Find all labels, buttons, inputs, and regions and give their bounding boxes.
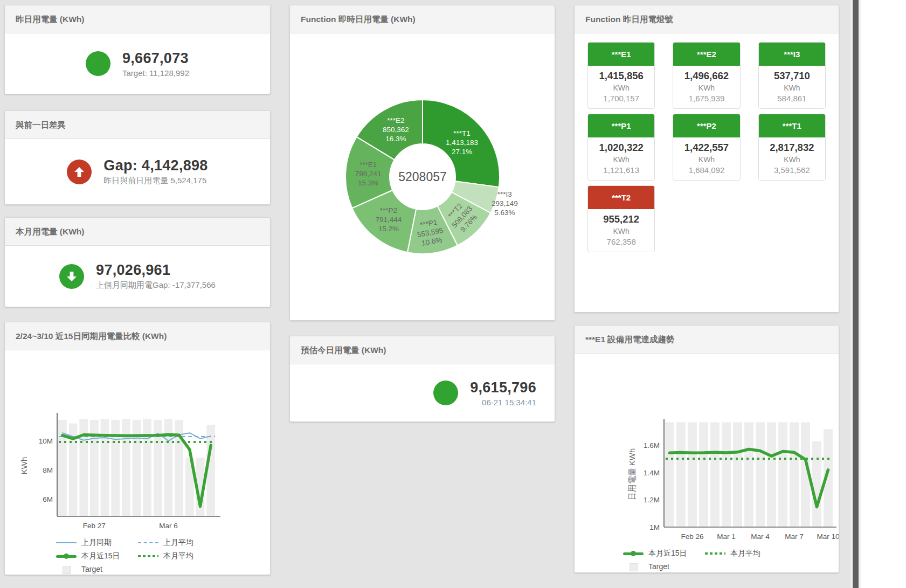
legend-item[interactable]: 本月平均 <box>705 549 787 558</box>
status-circle-red <box>67 160 92 184</box>
target-bar <box>699 423 708 527</box>
lamp-tile-header: ***E2 <box>673 43 739 66</box>
y-axis-tick: 1.6M <box>644 441 660 449</box>
y-axis-tick: 10M <box>39 437 53 445</box>
panel-title: 2/24~3/10 近15日同期用電量比較 (KWh) <box>5 322 270 350</box>
lamp-tile-value: 1,415,856 <box>589 70 653 82</box>
lamp-tile-target: 584,861 <box>760 94 824 103</box>
stat-timestamp: 06-21 15:34:41 <box>470 398 536 407</box>
legend-item[interactable]: 本月近15日 <box>623 549 705 558</box>
legend-label: Target <box>648 562 669 571</box>
legend-item[interactable]: 本月平均 <box>138 551 220 561</box>
lamp-tile: ***P21,422,557KWh1,684,092 <box>673 114 740 181</box>
lamp-tile-unit: KWh <box>674 155 738 164</box>
lamp-tile-unit: KWh <box>589 84 653 92</box>
target-bar <box>733 423 742 527</box>
target-bar <box>744 423 753 527</box>
y-axis-tick: 1.4M <box>644 469 660 477</box>
lamp-tile-unit: KWh <box>760 84 824 92</box>
lamp-tile-value: 1,020,322 <box>589 142 653 154</box>
target-bar <box>778 423 787 527</box>
stat-subtext: Target: 11,128,992 <box>122 68 189 78</box>
lamp-tile-value: 955,212 <box>589 213 653 225</box>
panel-title: 與前一日差異 <box>5 111 270 139</box>
y-axis-tick: 6M <box>43 495 53 503</box>
compare-15days-legend: 上月同期上月平均本月近15日本月平均Target <box>56 538 270 574</box>
realtime-usage-donut-chart: ***T11,413,18327.1%***I3293,1495.63%***T… <box>299 37 547 315</box>
stat-value: 97,026,961 <box>96 262 216 279</box>
lamp-tile-value: 2,817,832 <box>760 142 824 154</box>
lamp-tile: ***I3537,710KWh584,861 <box>758 42 826 109</box>
vertical-scrollbar-thumb[interactable] <box>853 0 859 588</box>
panel-e1-trend: ***E1 設備用電達成趨勢 1M1.2M1.4M1.6M日用電量 KWhFeb… <box>574 325 839 573</box>
panel-title: Function 昨日用電燈號 <box>575 5 839 33</box>
panel-yesterday-usage: 昨日用電量 (KWh) 9,667,073 Target: 11,128,992 <box>4 5 271 94</box>
compare-15days-chart: 6M8M10MKWhFeb 27Mar 6 <box>5 350 270 531</box>
legend-item[interactable]: 上月平均 <box>138 538 220 548</box>
arrow-down-icon <box>65 270 78 283</box>
lamp-tile-target: 1,700,157 <box>589 94 653 103</box>
legend-label: 上月平均 <box>163 538 193 548</box>
panel-title: 本月用電量 (KWh) <box>5 218 270 246</box>
lamp-tile: ***T2955,212KWh762,358 <box>587 185 655 252</box>
x-axis-tick: Mar 10 <box>817 532 839 541</box>
target-bar <box>767 423 776 527</box>
target-bar <box>790 423 799 527</box>
lamp-tile-target: 762,358 <box>589 237 653 246</box>
lamp-tile-target: 3,591,562 <box>760 165 824 175</box>
panel-title: ***E1 設備用電達成趨勢 <box>575 326 839 354</box>
lamp-tile-target: 1,121,613 <box>589 165 653 175</box>
lamp-tile-unit: KWh <box>674 84 738 92</box>
panel-lamp-status: Function 昨日用電燈號 ***E11,415,856KWh1,700,1… <box>574 5 839 313</box>
x-axis-tick: Mar 1 <box>717 532 736 541</box>
legend-label: 本月近15日 <box>648 549 687 558</box>
panel-title: Function 即時日用電量 (KWh) <box>290 5 555 33</box>
legend-item[interactable]: Target <box>56 565 138 574</box>
y-axis-tick: 1M <box>649 523 660 531</box>
x-axis-tick: Feb 26 <box>681 532 703 541</box>
lamp-tile-target: 1,684,092 <box>674 165 738 175</box>
stat-subtext: 上個月同期用電Gap: -17,377,566 <box>96 280 216 290</box>
x-axis-tick: Mar 7 <box>785 532 804 541</box>
target-bar <box>665 423 674 527</box>
lamp-tile-header: ***E1 <box>588 43 654 66</box>
legend-label: 本月平均 <box>730 549 760 558</box>
legend-item[interactable]: Target <box>623 562 705 571</box>
panel-diff-prev-day: 與前一日差異 Gap: 4,142,898 昨日與前日用電量 5,524,175 <box>4 110 271 205</box>
lamp-tile: ***T12,817,832KWh3,591,562 <box>758 114 826 181</box>
legend-item[interactable]: 上月同期 <box>56 538 138 548</box>
status-circle-green <box>59 264 84 289</box>
panel-compare-15days: 2/24~3/10 近15日同期用電量比較 (KWh) 6M8M10MKWhFe… <box>4 322 271 575</box>
dashboard-background: 昨日用電量 (KWh) 9,667,073 Target: 11,128,992… <box>0 0 861 588</box>
lamp-tile: ***E21,496,662KWh1,675,939 <box>673 42 740 109</box>
lamp-tile-header: ***T2 <box>588 186 654 209</box>
stat-subtext: 昨日與前日用電量 5,524,175 <box>103 176 208 186</box>
panel-title: 昨日用電量 (KWh) <box>5 5 270 33</box>
lamp-tile-unit: KWh <box>589 227 653 236</box>
lamp-tile-header: ***I3 <box>759 43 825 66</box>
e1-trend-legend: 本月近15日本月平均Target <box>623 549 839 571</box>
target-bar <box>122 419 130 516</box>
lamp-tile-header: ***T1 <box>759 114 825 137</box>
lamp-tile: ***P11,020,322KWh1,121,613 <box>587 114 655 181</box>
target-bar <box>812 441 821 527</box>
lamp-tile-header: ***P1 <box>588 114 654 137</box>
e1-trend-chart: 1M1.2M1.4M1.6M日用電量 KWhFeb 26Mar 1Mar 4Ma… <box>575 354 839 543</box>
status-circle-green <box>433 381 458 405</box>
legend-label: 本月近15日 <box>81 551 120 561</box>
lamp-tile-value: 1,422,557 <box>674 142 738 154</box>
lamp-tile-unit: KWh <box>760 155 824 164</box>
stat-value: 9,667,073 <box>122 50 189 67</box>
lamp-tile-header: ***P2 <box>673 114 739 137</box>
legend-label: 本月平均 <box>163 551 193 561</box>
stat-value: 9,615,796 <box>470 379 536 396</box>
panel-today-estimate: 預估今日用電量 (KWh) 9,615,796 06-21 15:34:41 <box>289 336 555 422</box>
x-axis-tick: Feb 27 <box>83 522 106 530</box>
vertical-scrollbar-track[interactable] <box>850 0 861 588</box>
panel-realtime-donut: Function 即時日用電量 (KWh) ***T11,413,18327.1… <box>289 5 555 321</box>
y-axis-label: 日用電量 KWh <box>627 448 637 501</box>
lamp-tile: ***E11,415,856KWh1,700,157 <box>587 42 655 109</box>
lamp-tile-value: 537,710 <box>760 70 824 82</box>
y-axis-label: KWh <box>19 457 29 475</box>
legend-item[interactable]: 本月近15日 <box>56 551 138 561</box>
